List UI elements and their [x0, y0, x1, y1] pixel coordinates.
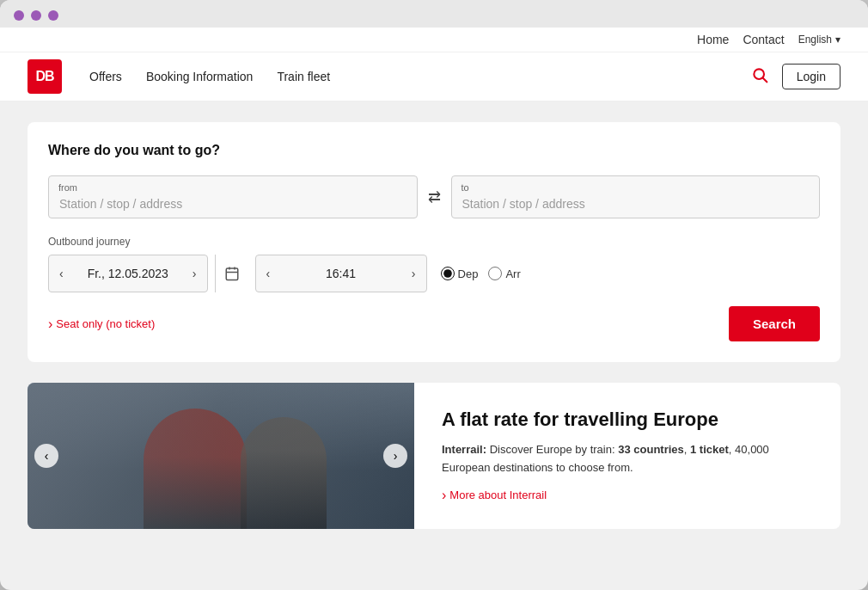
dep-radio[interactable] [441, 267, 455, 280]
to-label: to [462, 182, 469, 193]
main-nav: Offers Booking Information Train fleet [89, 70, 724, 83]
swap-button[interactable]: ⇄ [425, 184, 444, 210]
login-button[interactable]: Login [782, 64, 840, 89]
feature-countries: 33 countries [618, 443, 684, 456]
from-label: from [58, 182, 77, 193]
dep-label: Dep [458, 267, 479, 280]
search-button[interactable]: Search [729, 306, 820, 341]
browser-dot-2 [31, 10, 41, 21]
svg-line-1 [762, 77, 767, 82]
seat-only-link[interactable]: Seat only (no ticket) [48, 317, 155, 332]
feature-section: ‹ › A flat rate for travelling Europe In… [28, 383, 840, 529]
contact-link[interactable]: Contact [743, 33, 784, 46]
arr-radio-label[interactable]: Arr [488, 267, 520, 280]
feature-image: ‹ › [28, 383, 414, 529]
arr-radio[interactable] [488, 267, 502, 280]
nav-right: Login [751, 64, 840, 89]
main-content: Where do you want to go? from ⇄ to Outbo… [0, 101, 868, 550]
to-input[interactable] [451, 175, 821, 218]
feature-ticket: 1 ticket [690, 443, 729, 456]
carousel-next-button[interactable]: › [383, 444, 407, 468]
station-inputs-row: from ⇄ to [48, 175, 820, 218]
language-selector[interactable]: English ▾ [798, 33, 840, 46]
date-prev-button[interactable]: ‹ [49, 255, 74, 292]
feature-text-area: A flat rate for travelling Europe Interr… [414, 383, 840, 529]
top-bar-upper: Home Contact English ▾ [0, 28, 868, 52]
nav-booking[interactable]: Booking Information [146, 70, 254, 83]
booking-title: Where do you want to go? [48, 143, 820, 158]
feature-comma: , [684, 443, 690, 456]
time-next-button[interactable]: › [401, 255, 426, 292]
browser-chrome [0, 0, 868, 28]
dep-radio-label[interactable]: Dep [441, 267, 479, 280]
home-link[interactable]: Home [697, 33, 729, 46]
arr-label: Arr [505, 267, 520, 280]
to-input-group: to [451, 175, 821, 218]
search-icon-button[interactable] [751, 66, 768, 88]
journey-label: Outbound journey [48, 236, 820, 248]
calendar-button[interactable] [215, 255, 248, 292]
time-picker: ‹ 16:41 › [255, 255, 427, 292]
date-next-button[interactable]: › [182, 255, 207, 292]
journey-section: Outbound journey ‹ Fr., 12.05.2023 › [48, 236, 820, 292]
booking-card: Where do you want to go? from ⇄ to Outbo… [28, 122, 840, 362]
date-picker: ‹ Fr., 12.05.2023 › [48, 255, 208, 292]
feature-description: Interrail: Discover Europe by train: 33 … [442, 441, 813, 477]
feature-link[interactable]: More about Interrail [442, 488, 813, 503]
top-bar: Home Contact English ▾ DB Offers Booking… [0, 28, 868, 101]
date-value: Fr., 12.05.2023 [74, 267, 182, 280]
db-logo[interactable]: DB [28, 59, 62, 94]
nav-fleet[interactable]: Train fleet [277, 70, 330, 83]
browser-dot-3 [48, 10, 58, 21]
image-overlay [28, 383, 414, 529]
language-label: English [798, 34, 832, 46]
from-input[interactable] [48, 175, 418, 218]
from-input-group: from [48, 175, 418, 218]
chevron-down-icon: ▾ [835, 34, 840, 46]
dep-arr-selector: Dep Arr [441, 267, 521, 280]
booking-bottom-row: Seat only (no ticket) Search [48, 306, 820, 341]
feature-brand: Interrail: [442, 443, 486, 456]
top-bar-lower: DB Offers Booking Information Train flee… [0, 52, 868, 101]
carousel-prev-button[interactable]: ‹ [34, 444, 58, 468]
time-prev-button[interactable]: ‹ [256, 255, 281, 292]
browser-window: Home Contact English ▾ DB Offers Booking… [0, 0, 868, 590]
browser-dot-1 [14, 10, 24, 21]
feature-heading: A flat rate for travelling Europe [442, 409, 813, 431]
time-value: 16:41 [280, 267, 401, 280]
nav-offers[interactable]: Offers [89, 70, 122, 83]
svg-rect-2 [226, 268, 238, 280]
journey-row: ‹ Fr., 12.05.2023 › ‹ [48, 255, 820, 292]
feature-desc-middle: Discover Europe by train: [486, 443, 618, 456]
